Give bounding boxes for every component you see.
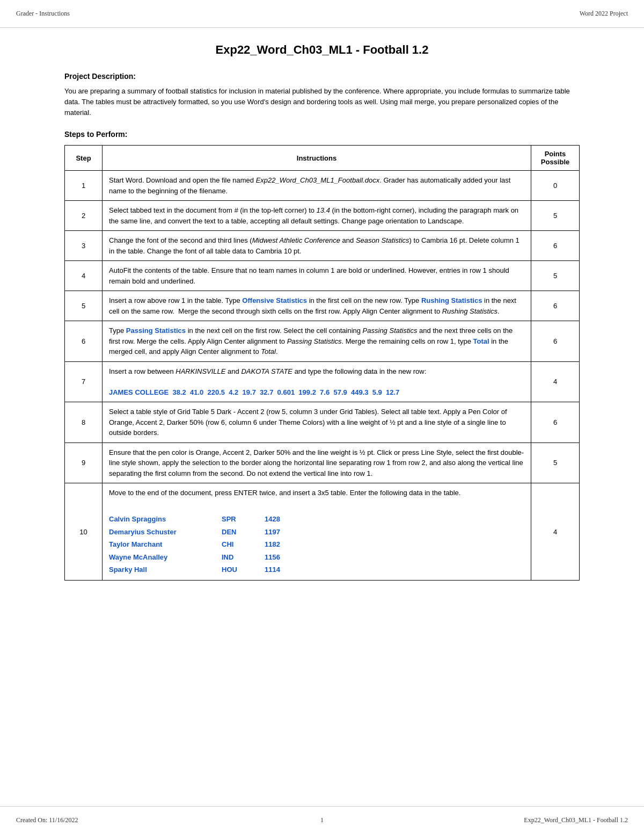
blue-rushing: Rushing Statistics bbox=[421, 296, 482, 304]
steps-table: Step Instructions Points Possible 1 Star… bbox=[64, 145, 580, 581]
sub-score-5: 1114 bbox=[265, 563, 291, 576]
blue-passing: Passing Statistics bbox=[126, 327, 186, 335]
italic-passing2: Passing Statistics bbox=[287, 337, 342, 345]
italic-13: 13.4 bbox=[317, 206, 330, 214]
sub-table-row: Calvin Spraggins SPR 1428 bbox=[109, 513, 524, 525]
page-title: Exp22_Word_Ch03_ML1 - Football 1.2 bbox=[64, 43, 580, 57]
step-instruction: Insert a row above row 1 in the table. T… bbox=[103, 291, 531, 321]
italic-rushing: Rushing Statistics bbox=[442, 307, 497, 315]
italic-passing1: Passing Statistics bbox=[363, 327, 418, 335]
col-header-step: Step bbox=[65, 146, 103, 171]
step-number: 8 bbox=[65, 402, 103, 443]
italic-filename: Exp22_Word_Ch03_ML1_Football.docx bbox=[256, 176, 380, 184]
italic-season: Season Statistics bbox=[356, 236, 409, 244]
italic-total: Total bbox=[261, 347, 276, 356]
sub-city-3: CHI bbox=[222, 538, 248, 550]
italic-dakota: DAKOTA STATE bbox=[241, 367, 292, 375]
col-header-instructions: Instructions bbox=[103, 146, 531, 171]
sub-name-3: Taylor Marchant bbox=[109, 538, 206, 550]
footer-left: Created On: 11/16/2022 bbox=[16, 816, 78, 824]
step-points: 6 bbox=[531, 291, 580, 321]
table-row: 4 AutoFit the contents of the table. Ens… bbox=[65, 261, 580, 291]
step-points: 4 bbox=[531, 361, 580, 402]
sub-table-row: Wayne McAnalley IND 1156 bbox=[109, 551, 524, 563]
sub-score-1: 1428 bbox=[265, 513, 291, 525]
italic-conf: Midwest Athletic Conference bbox=[252, 236, 340, 244]
footer-center: 1 bbox=[320, 816, 324, 824]
sub-city-2: DEN bbox=[222, 526, 248, 538]
page-content: Exp22_Word_Ch03_ML1 - Football 1.2 Proje… bbox=[64, 0, 580, 834]
step-number: 3 bbox=[65, 231, 103, 261]
sub-city-1: SPR bbox=[222, 513, 248, 525]
sub-table-row: Sparky Hall HOU 1114 bbox=[109, 563, 524, 576]
step-points: 5 bbox=[531, 261, 580, 291]
table-row: 8 Select a table style of Grid Table 5 D… bbox=[65, 402, 580, 443]
project-description: You are preparing a summary of football … bbox=[64, 86, 580, 118]
step-instruction: Move to the end of the document, press E… bbox=[103, 483, 531, 581]
step-number: 10 bbox=[65, 483, 103, 581]
header-right: Word 2022 Project bbox=[580, 10, 628, 18]
sub-name-4: Wayne McAnalley bbox=[109, 551, 206, 563]
step-number: 7 bbox=[65, 361, 103, 402]
step-number: 6 bbox=[65, 321, 103, 362]
sub-name-5: Sparky Hall bbox=[109, 563, 206, 576]
italic-harkinsville: HARKINSVILLE bbox=[175, 367, 225, 375]
italic-hash: # bbox=[234, 206, 238, 214]
step-points: 5 bbox=[531, 201, 580, 231]
table-row: 3 Change the font of the second and thir… bbox=[65, 231, 580, 261]
col-header-points: Points Possible bbox=[531, 146, 580, 171]
sub-name-1: Calvin Spraggins bbox=[109, 513, 206, 525]
sub-table-row: Demaryius Schuster DEN 1197 bbox=[109, 526, 524, 538]
step-instruction: AutoFit the contents of the table. Ensur… bbox=[103, 261, 531, 291]
table-row: 7 Insert a row between HARKINSVILLE and … bbox=[65, 361, 580, 402]
step-number: 2 bbox=[65, 201, 103, 231]
blue-offensive: Offensive Statistics bbox=[242, 296, 307, 304]
blue-james-college-data: JAMES COLLEGE 38.2 41.0 220.5 4.2 19.7 3… bbox=[109, 388, 399, 396]
table-row: 1 Start Word. Download and open the file… bbox=[65, 171, 580, 201]
step-number: 1 bbox=[65, 171, 103, 201]
table-row: 6 Type Passing Statistics in the next ce… bbox=[65, 321, 580, 362]
step-instruction: Start Word. Download and open the file n… bbox=[103, 171, 531, 201]
step-instruction: Change the font of the second and third … bbox=[103, 231, 531, 261]
table-row: 9 Ensure that the pen color is Orange, A… bbox=[65, 443, 580, 483]
sub-name-2: Demaryius Schuster bbox=[109, 526, 206, 538]
sub-city-4: IND bbox=[222, 551, 248, 563]
step-instruction: Type Passing Statistics in the next cell… bbox=[103, 321, 531, 362]
step-points: 4 bbox=[531, 483, 580, 581]
table-row: 5 Insert a row above row 1 in the table.… bbox=[65, 291, 580, 321]
header-left: Grader - Instructions bbox=[16, 10, 70, 18]
project-desc-heading: Project Description: bbox=[64, 72, 580, 81]
step-number: 5 bbox=[65, 291, 103, 321]
step-number: 9 bbox=[65, 443, 103, 483]
blue-total: Total bbox=[473, 337, 489, 345]
step-instruction: Insert a row between HARKINSVILLE and DA… bbox=[103, 361, 531, 402]
footer-bar: Created On: 11/16/2022 1 Exp22_Word_Ch03… bbox=[0, 806, 644, 834]
step-points: 6 bbox=[531, 402, 580, 443]
sub-table: Calvin Spraggins SPR 1428 Demaryius Schu… bbox=[109, 513, 524, 576]
step-points: 0 bbox=[531, 171, 580, 201]
steps-heading: Steps to Perform: bbox=[64, 130, 580, 139]
step-instruction: Select a table style of Grid Table 5 Dar… bbox=[103, 402, 531, 443]
sub-score-3: 1182 bbox=[265, 538, 291, 550]
step-points: 5 bbox=[531, 443, 580, 483]
footer-right: Exp22_Word_Ch03_ML1 - Football 1.2 bbox=[524, 816, 628, 824]
step-instruction: Select tabbed text in the document from … bbox=[103, 201, 531, 231]
table-row: 2 Select tabbed text in the document fro… bbox=[65, 201, 580, 231]
step-points: 6 bbox=[531, 231, 580, 261]
step-instruction: Ensure that the pen color is Orange, Acc… bbox=[103, 443, 531, 483]
sub-table-row: Taylor Marchant CHI 1182 bbox=[109, 538, 524, 550]
table-row: 10 Move to the end of the document, pres… bbox=[65, 483, 580, 581]
sub-score-4: 1156 bbox=[265, 551, 291, 563]
sub-score-2: 1197 bbox=[265, 526, 291, 538]
step-number: 4 bbox=[65, 261, 103, 291]
step-points: 6 bbox=[531, 321, 580, 362]
sub-city-5: HOU bbox=[222, 563, 248, 576]
